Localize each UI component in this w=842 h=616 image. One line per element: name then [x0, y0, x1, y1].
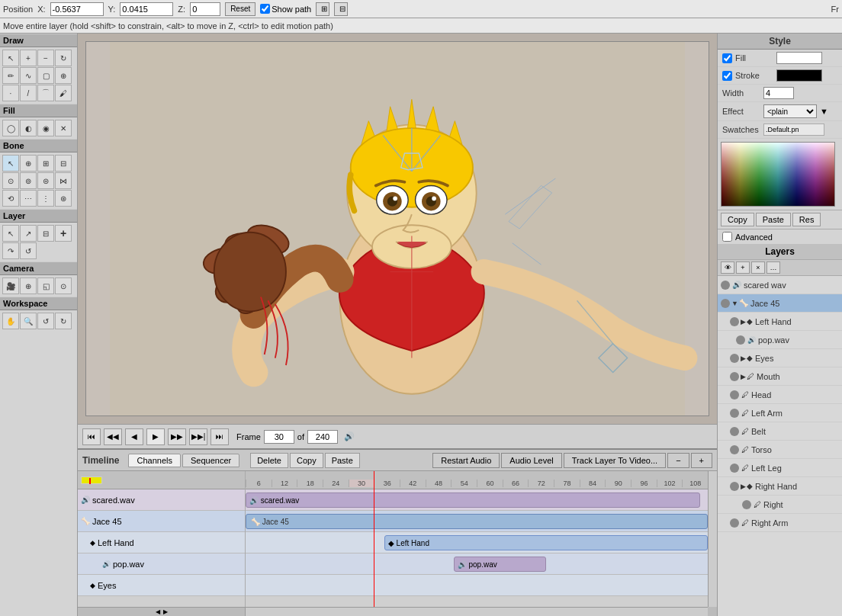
- show-path-wrap[interactable]: Show path: [260, 4, 311, 14]
- transport-prev[interactable]: ◀: [125, 428, 143, 445]
- tool-select[interactable]: ▢: [37, 67, 54, 84]
- timeline-scrollbar-v[interactable]: [708, 471, 717, 607]
- layer-eye-mouth[interactable]: [730, 372, 739, 381]
- layer-eye-eyes[interactable]: [730, 354, 739, 363]
- delete-button[interactable]: Delete: [250, 453, 288, 468]
- layer-eye-torso[interactable]: [730, 445, 739, 454]
- audio-icon[interactable]: 🔊: [344, 432, 355, 441]
- layer-eye-popwav[interactable]: [736, 335, 745, 345]
- layer-item-belt[interactable]: 🖊 Belt: [718, 422, 842, 441]
- transport-play[interactable]: ▶: [146, 428, 165, 445]
- layer-eye-leftarm[interactable]: [730, 409, 739, 418]
- advanced-checkbox[interactable]: [722, 232, 732, 242]
- layers-btn-eye[interactable]: 👁: [721, 261, 734, 274]
- total-frames-input[interactable]: [307, 430, 338, 444]
- show-path-checkbox[interactable]: [260, 4, 270, 14]
- layer-eye-scared[interactable]: [721, 281, 730, 290]
- ws-tool-zoom[interactable]: 🔍: [20, 313, 37, 329]
- layer-tool-6[interactable]: ↺: [20, 242, 37, 259]
- ws-tool-ccw[interactable]: ↺: [37, 313, 54, 329]
- layer-item-eyes[interactable]: ▶ ◆ Eyes: [718, 349, 842, 367]
- layer-tool-add[interactable]: +: [55, 225, 72, 242]
- scroll-left-btn[interactable]: ◀: [154, 608, 162, 616]
- z-input[interactable]: [190, 2, 220, 16]
- layer-item-leftleg[interactable]: 🖊 Left Leg: [718, 459, 842, 477]
- layer-tool-1[interactable]: ↖: [2, 225, 19, 242]
- layer-item-righthand[interactable]: ▶ ◆ Right Hand: [718, 477, 842, 496]
- y-input[interactable]: [120, 2, 173, 16]
- layer-eye-leftleg[interactable]: [730, 464, 739, 473]
- layer-expand-jace[interactable]: ▼: [731, 300, 738, 307]
- track-label-jace[interactable]: 🦴 Jace 45: [78, 511, 245, 532]
- fill-tool-3[interactable]: ◉: [37, 120, 54, 136]
- effect-select[interactable]: <plain: [763, 104, 817, 118]
- track-label-eyes[interactable]: ◆ Eyes: [78, 575, 245, 596]
- track-label-lefthand[interactable]: ◆ Left Hand: [78, 532, 245, 553]
- cam-tool-1[interactable]: 🎥: [2, 278, 19, 294]
- bone-tool-4[interactable]: ⊟: [55, 155, 72, 172]
- cam-tool-3[interactable]: ◱: [37, 278, 54, 294]
- style-copy-button[interactable]: Copy: [721, 213, 754, 226]
- ws-tool-cw[interactable]: ↻: [55, 313, 72, 329]
- layer-eye-lefthand[interactable]: [730, 317, 739, 326]
- reset-button[interactable]: Reset: [225, 2, 255, 16]
- fill-checkbox[interactable]: [722, 53, 732, 63]
- playhead[interactable]: [374, 471, 374, 607]
- transport-next-key[interactable]: ▶▶|: [189, 428, 207, 445]
- bone-tool-2[interactable]: ⊕: [20, 155, 37, 172]
- layer-eye-belt[interactable]: [730, 427, 739, 436]
- tool-arrow[interactable]: ↖: [2, 50, 19, 66]
- scared-wav-bar[interactable]: 🔊 scared.wav: [246, 492, 700, 508]
- cam-tool-4[interactable]: ⊙: [55, 278, 72, 294]
- restart-audio-button[interactable]: Restart Audio: [432, 453, 500, 468]
- fill-tool-x[interactable]: ✕: [55, 120, 72, 136]
- tool-bezier[interactable]: ⌒: [37, 85, 54, 101]
- x-input[interactable]: [50, 2, 104, 16]
- layers-btn-add[interactable]: +: [736, 261, 750, 274]
- bone-tool-10[interactable]: ⋯: [20, 190, 37, 207]
- layer-item-leftarm[interactable]: 🖊 Left Arm: [718, 404, 842, 422]
- layer-eye-right[interactable]: [742, 500, 751, 509]
- fill-tool-1[interactable]: ◯: [2, 120, 19, 136]
- track-label-popwav[interactable]: 🔊 pop.wav: [78, 553, 245, 575]
- bone-tool-9[interactable]: ⟲: [2, 190, 19, 207]
- tool-paint[interactable]: 🖌: [55, 85, 72, 101]
- tool-point[interactable]: ·: [2, 85, 19, 101]
- zoom-in-button[interactable]: +: [691, 453, 712, 468]
- layer-item-rightarm[interactable]: 🖊 Right Arm: [718, 514, 842, 532]
- layers-btn-delete[interactable]: ×: [751, 261, 765, 274]
- paste-button[interactable]: Paste: [325, 453, 360, 468]
- expand-btn-1[interactable]: ⊞: [316, 2, 329, 16]
- tab-channels[interactable]: Channels: [128, 454, 180, 467]
- transport-start[interactable]: ⏮: [82, 428, 101, 445]
- audio-level-button[interactable]: Audio Level: [501, 453, 562, 468]
- track-label-scared[interactable]: 🔊 scared.wav: [78, 489, 245, 511]
- popwav-bar[interactable]: 🔊 pop.wav: [454, 557, 546, 572]
- layer-eye-head[interactable]: [730, 390, 739, 399]
- scroll-right-btn[interactable]: ▶: [162, 608, 169, 616]
- tab-sequencer[interactable]: Sequencer: [182, 454, 239, 467]
- canvas-area[interactable]: [78, 34, 717, 424]
- track-layer-video-button[interactable]: Track Layer To Video...: [564, 453, 666, 468]
- layer-tool-3[interactable]: ⊟: [37, 225, 54, 242]
- bone-tool-6[interactable]: ⊚: [20, 172, 37, 189]
- bone-tool-1[interactable]: ↖: [2, 155, 19, 172]
- tool-line[interactable]: /: [20, 85, 37, 101]
- layer-eye-jace[interactable]: [721, 299, 730, 308]
- layer-item-lefthand[interactable]: ▶ ◆ Left Hand: [718, 313, 842, 331]
- tool-zoom[interactable]: ⊕: [55, 67, 72, 84]
- layer-item-right[interactable]: 🖊 Right: [718, 496, 842, 514]
- layer-item-jace[interactable]: ▼ 🦴 Jace 45: [718, 294, 842, 313]
- bone-tool-7[interactable]: ⊜: [37, 172, 54, 189]
- fill-swatch[interactable]: [776, 52, 822, 64]
- bone-tool-12[interactable]: ⊛: [55, 190, 72, 207]
- current-frame-input[interactable]: [264, 430, 294, 444]
- ws-tool-hand[interactable]: ✋: [2, 313, 19, 329]
- style-paste-button[interactable]: Paste: [756, 213, 791, 226]
- bone-tool-11[interactable]: ⋮: [37, 190, 54, 207]
- tool-curve[interactable]: ∿: [20, 67, 37, 84]
- cam-tool-2[interactable]: ⊕: [20, 278, 37, 294]
- tool-rotate[interactable]: ↻: [55, 50, 72, 66]
- jace-anim-bar[interactable]: 🦴 Jace 45: [246, 514, 708, 529]
- layer-expand-lefthand[interactable]: ▶: [741, 318, 746, 326]
